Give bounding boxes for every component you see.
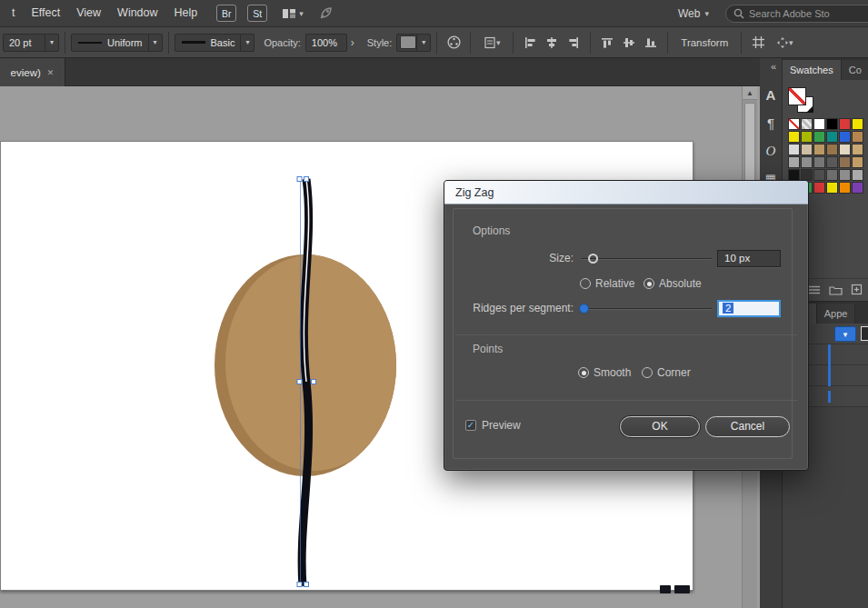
bridge-button[interactable]: Br — [216, 5, 236, 22]
swatch[interactable] — [788, 156, 800, 168]
align-top-button[interactable] — [596, 32, 618, 54]
swatch[interactable] — [852, 144, 863, 155]
control-bar: 20 pt ▾ Uniform ▾ Basic ▾ Opacity: 100% … — [0, 27, 868, 58]
swatch[interactable] — [813, 156, 825, 168]
align-right-icon — [567, 36, 580, 49]
size-input[interactable]: 10 px — [717, 250, 781, 267]
ok-button[interactable]: OK — [620, 416, 700, 437]
align-left-button[interactable] — [519, 32, 541, 54]
swatch[interactable] — [839, 156, 851, 168]
transform-label[interactable]: Transform — [681, 37, 728, 48]
tab-color[interactable]: Co — [842, 60, 868, 80]
swatch[interactable] — [852, 182, 863, 194]
align-right-button[interactable] — [563, 32, 584, 54]
swatch[interactable] — [788, 118, 800, 130]
size-slider-knob[interactable] — [588, 254, 598, 264]
dialog-body: Options Size: 10 px Relative Absolute Ri… — [444, 204, 808, 470]
swatch[interactable] — [813, 118, 825, 130]
opentype-panel-icon[interactable]: O — [760, 144, 782, 159]
font-size-combo[interactable]: 20 pt ▾ — [3, 34, 59, 52]
fill-none-proxy-swatch[interactable] — [788, 87, 806, 105]
align-center-horizontal-button[interactable] — [541, 32, 563, 54]
menu-item-cropped[interactable]: t — [4, 0, 23, 26]
new-swatch-icon[interactable] — [851, 284, 863, 295]
swatch[interactable] — [801, 156, 813, 168]
relative-radio[interactable] — [580, 278, 591, 289]
swatch[interactable] — [852, 169, 863, 181]
smooth-label[interactable]: Smooth — [594, 366, 631, 379]
collapse-dock-icon[interactable]: « — [765, 58, 782, 75]
new-group-folder-icon[interactable] — [829, 284, 843, 295]
swatch[interactable] — [826, 182, 838, 194]
workspace-switcher[interactable]: Web ▾ — [678, 7, 709, 20]
opacity-combo[interactable]: 100% — [305, 34, 347, 52]
document-setup-button[interactable]: ▾ — [476, 32, 507, 54]
opacity-panel-arrow[interactable]: › — [347, 36, 358, 49]
recolor-artwork-icon — [446, 35, 462, 50]
corner-label[interactable]: Corner — [657, 366, 691, 379]
tab-swatches[interactable]: Swatches — [783, 60, 842, 80]
swatch[interactable] — [852, 156, 863, 168]
size-slider-track[interactable] — [581, 258, 712, 260]
swatch[interactable] — [839, 131, 851, 143]
menu-item-effect[interactable]: Effect — [23, 0, 68, 26]
swatch[interactable] — [826, 169, 838, 181]
menu-item-view[interactable]: View — [68, 0, 109, 26]
preview-label[interactable]: Preview — [482, 419, 521, 432]
cancel-button[interactable]: Cancel — [705, 416, 790, 437]
ridges-input[interactable]: 2 — [717, 300, 781, 317]
swatch[interactable] — [839, 118, 851, 130]
swatch[interactable] — [826, 131, 838, 143]
swatch-kinds-icon[interactable] — [808, 284, 821, 295]
swatch[interactable] — [813, 144, 825, 155]
shape-properties-button[interactable] — [747, 32, 769, 54]
absolute-label[interactable]: Absolute — [659, 277, 702, 290]
swatch[interactable] — [826, 144, 838, 155]
preview-checkbox[interactable]: ✓ — [465, 420, 476, 431]
brush-combo[interactable]: Basic ▾ — [175, 34, 255, 52]
paragraph-panel-icon[interactable]: ¶ — [760, 115, 782, 131]
align-center-vertical-button[interactable] — [618, 32, 640, 54]
swatch[interactable] — [801, 131, 813, 143]
isolate-options-button[interactable]: ▾ — [769, 32, 800, 54]
swatch[interactable] — [852, 118, 863, 130]
style-combo[interactable]: ▾ — [396, 34, 431, 52]
absolute-radio[interactable] — [644, 278, 654, 289]
ridges-slider-knob[interactable] — [579, 304, 589, 314]
swatch[interactable] — [839, 169, 851, 181]
ridges-slider-track[interactable] — [581, 308, 712, 310]
swatch[interactable] — [852, 131, 863, 143]
layer-blend-select[interactable]: ▾ — [834, 326, 856, 342]
recolor-artwork-button[interactable] — [443, 32, 464, 54]
stroke-profile-combo[interactable]: Uniform ▾ — [71, 34, 163, 52]
menu-item-help[interactable]: Help — [166, 0, 206, 26]
tab-appearance[interactable]: Appe — [817, 304, 856, 324]
scroll-up-button[interactable]: ▲ — [743, 86, 757, 100]
smooth-radio[interactable] — [578, 367, 589, 378]
swatch[interactable] — [826, 118, 838, 130]
menu-item-window[interactable]: Window — [109, 0, 165, 26]
search-box[interactable] — [725, 5, 868, 23]
document-tab[interactable]: eview) ✕ — [0, 58, 65, 86]
swatch[interactable] — [801, 144, 813, 155]
close-icon[interactable]: ✕ — [47, 68, 55, 77]
swatch[interactable] — [788, 131, 800, 143]
swatch[interactable] — [788, 144, 800, 155]
swatch[interactable] — [839, 182, 851, 194]
swatch[interactable] — [826, 156, 838, 168]
swatch[interactable] — [839, 144, 851, 155]
search-input[interactable] — [749, 8, 858, 19]
align-bottom-button[interactable] — [640, 32, 662, 54]
swatch[interactable] — [801, 118, 813, 130]
swatch[interactable] — [813, 131, 825, 143]
gpu-performance-button[interactable] — [318, 6, 334, 21]
selection-accent-bar — [828, 365, 831, 386]
swatch[interactable] — [813, 169, 825, 181]
arrange-documents-button[interactable]: ▾ — [282, 7, 304, 20]
dialog-title-bar[interactable]: Zig Zag — [444, 181, 808, 204]
corner-radio[interactable] — [642, 367, 653, 378]
swatch[interactable] — [813, 182, 825, 194]
stock-button[interactable]: St — [247, 5, 267, 22]
relative-label[interactable]: Relative — [595, 277, 634, 290]
character-panel-icon[interactable]: A — [760, 87, 782, 103]
